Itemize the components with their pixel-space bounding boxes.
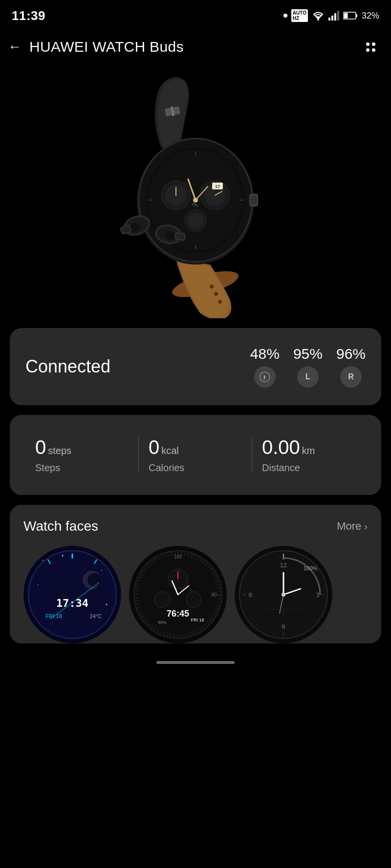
svg-point-50 bbox=[43, 560, 43, 561]
left-battery-percent: 95% bbox=[293, 346, 323, 362]
home-indicator bbox=[0, 653, 391, 670]
svg-text:12: 12 bbox=[280, 561, 287, 569]
svg-point-54 bbox=[106, 604, 108, 605]
dot1 bbox=[366, 42, 369, 46]
page-title: HUAWEI WATCH Buds bbox=[29, 39, 184, 55]
signal-icon bbox=[328, 11, 339, 21]
svg-text:24°C: 24°C bbox=[90, 613, 102, 619]
calories-stat: 0 kcal Calories bbox=[139, 433, 252, 477]
distance-label: Distance bbox=[262, 462, 300, 474]
home-bar bbox=[156, 661, 235, 664]
svg-rect-7 bbox=[344, 13, 348, 19]
svg-point-0 bbox=[317, 19, 319, 21]
watch-battery-item: 48% bbox=[250, 346, 280, 388]
svg-point-59 bbox=[87, 573, 101, 587]
svg-rect-17 bbox=[250, 195, 257, 205]
battery-icon bbox=[343, 11, 358, 20]
battery-items: 48% 95% L 96% R bbox=[250, 346, 366, 388]
svg-point-71 bbox=[186, 592, 201, 607]
status-icons: AUTOHZ 32% bbox=[283, 9, 379, 22]
svg-text:17: 17 bbox=[215, 184, 220, 189]
watch-face-2[interactable]: 160 80 76:45 80% FRI 18 bbox=[129, 546, 227, 643]
left-earbud-icon: L bbox=[297, 366, 319, 388]
back-button[interactable]: ← bbox=[8, 40, 22, 54]
svg-point-11 bbox=[218, 300, 222, 304]
svg-text:160: 160 bbox=[174, 554, 182, 559]
watch-faces-header: Watch faces More › bbox=[23, 518, 368, 534]
watch-face-1[interactable]: 17:34 FRI 18 24°C bbox=[23, 546, 121, 643]
svg-point-52 bbox=[101, 570, 102, 571]
header: ← HUAWEI WATCH Buds bbox=[0, 29, 391, 64]
steps-label: Steps bbox=[35, 462, 60, 474]
svg-point-25 bbox=[188, 213, 203, 228]
chevron-right-icon: › bbox=[364, 521, 368, 532]
calories-unit: kcal bbox=[161, 445, 179, 456]
svg-text:76:45: 76:45 bbox=[167, 609, 189, 619]
svg-point-70 bbox=[154, 592, 170, 607]
dot2 bbox=[372, 42, 375, 46]
svg-text:80: 80 bbox=[211, 592, 217, 598]
wifi-icon bbox=[312, 11, 325, 21]
svg-rect-6 bbox=[356, 14, 357, 17]
watch-battery-icon bbox=[254, 366, 276, 388]
dot3 bbox=[366, 48, 369, 52]
calories-number: 0 bbox=[149, 436, 159, 458]
steps-number: 0 bbox=[35, 436, 46, 458]
svg-rect-4 bbox=[337, 11, 339, 21]
right-battery-percent: 96% bbox=[336, 346, 366, 362]
svg-text:100%: 100% bbox=[304, 565, 317, 571]
watch-battery-percent: 48% bbox=[250, 346, 280, 362]
battery-percent: 32% bbox=[362, 11, 379, 21]
svg-point-49 bbox=[28, 551, 116, 639]
calories-value-row: 0 kcal bbox=[149, 436, 179, 458]
watch-image: 17 bbox=[93, 74, 298, 318]
svg-point-51 bbox=[62, 555, 64, 557]
watch-image-area: 17 bbox=[0, 64, 391, 328]
auto-hz-badge: AUTOHZ bbox=[291, 9, 308, 22]
watch-face-3[interactable]: 12 3 6 9 100% bbox=[235, 546, 332, 643]
svg-text:3: 3 bbox=[316, 591, 319, 599]
more-button[interactable]: More › bbox=[337, 520, 368, 533]
connected-card: Connected 48% 95% L 96% R bbox=[10, 328, 381, 405]
stats-card: 0 steps Steps 0 kcal Calories 0.00 km Di… bbox=[10, 415, 381, 495]
svg-point-53 bbox=[38, 584, 39, 585]
svg-rect-3 bbox=[334, 13, 336, 21]
calories-label: Calories bbox=[149, 462, 184, 474]
watch-faces-row: 17:34 FRI 18 24°C 160 80 bbox=[23, 546, 368, 643]
svg-point-93 bbox=[282, 593, 285, 597]
svg-rect-2 bbox=[331, 16, 333, 21]
watch-faces-title: Watch faces bbox=[23, 518, 98, 534]
svg-point-9 bbox=[210, 285, 214, 289]
distance-unit: km bbox=[302, 445, 315, 456]
svg-text:17:34: 17:34 bbox=[56, 597, 88, 609]
header-left: ← HUAWEI WATCH Buds bbox=[8, 39, 184, 55]
svg-point-32 bbox=[193, 198, 198, 203]
svg-text:80%: 80% bbox=[158, 620, 167, 625]
svg-text:9: 9 bbox=[248, 591, 252, 599]
right-earbud-icon: R bbox=[340, 366, 362, 388]
right-battery-item: 96% R bbox=[336, 346, 366, 388]
status-bar: 11:39 AUTOHZ 32% bbox=[0, 0, 391, 29]
svg-rect-1 bbox=[328, 18, 330, 21]
steps-value-row: 0 steps bbox=[35, 436, 71, 458]
right-label: R bbox=[348, 372, 354, 381]
distance-value-row: 0.00 km bbox=[262, 436, 315, 458]
left-label: L bbox=[305, 372, 310, 381]
svg-text:6: 6 bbox=[282, 623, 285, 630]
dot4 bbox=[372, 48, 375, 52]
svg-text:FRI 18: FRI 18 bbox=[191, 618, 204, 622]
left-battery-item: 95% L bbox=[293, 346, 323, 388]
notification-dot bbox=[283, 14, 287, 18]
steps-unit: steps bbox=[48, 445, 71, 456]
connection-status: Connected bbox=[25, 356, 240, 377]
svg-point-10 bbox=[214, 292, 218, 296]
watch-faces-card: Watch faces More › bbox=[10, 505, 381, 643]
distance-number: 0.00 bbox=[262, 436, 300, 458]
steps-stat: 0 steps Steps bbox=[25, 433, 139, 477]
more-menu-button[interactable] bbox=[362, 39, 379, 56]
more-label: More bbox=[337, 520, 361, 533]
status-time: 11:39 bbox=[12, 8, 45, 23]
distance-stat: 0.00 km Distance bbox=[252, 433, 366, 477]
